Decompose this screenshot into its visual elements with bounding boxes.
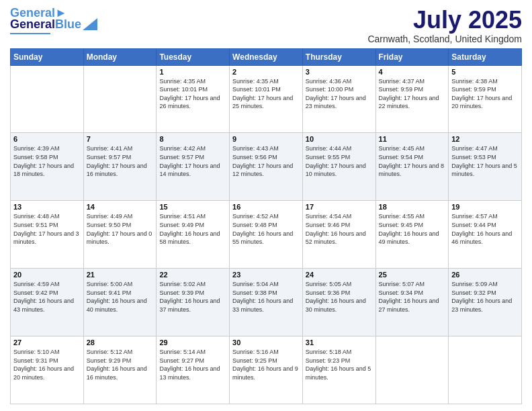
calendar-cell: 9Sunrise: 4:43 AMSunset: 9:56 PMDaylight… <box>230 133 303 201</box>
day-number: 12 <box>451 135 519 143</box>
day-info: Sunrise: 4:52 AMSunset: 9:48 PMDaylight:… <box>232 212 300 246</box>
calendar-week-row: 13Sunrise: 4:48 AMSunset: 9:51 PMDayligh… <box>11 201 522 269</box>
calendar-cell <box>11 65 84 133</box>
calendar-cell: 21Sunrise: 5:00 AMSunset: 9:41 PMDayligh… <box>83 269 157 336</box>
day-number: 17 <box>306 203 373 211</box>
subtitle: Carnwath, Scotland, United Kingdom <box>367 34 522 44</box>
day-number: 27 <box>13 338 81 347</box>
day-info: Sunrise: 4:35 AMSunset: 10:01 PMDaylight… <box>232 77 300 111</box>
calendar-cell <box>83 65 157 133</box>
day-info: Sunrise: 4:51 AMSunset: 9:49 PMDaylight:… <box>159 212 226 246</box>
day-number: 22 <box>159 271 226 279</box>
calendar-cell: 27Sunrise: 5:10 AMSunset: 9:31 PMDayligh… <box>11 336 84 404</box>
calendar-week-row: 1Sunrise: 4:35 AMSunset: 10:01 PMDayligh… <box>11 65 522 133</box>
day-info: Sunrise: 4:47 AMSunset: 9:53 PMDaylight:… <box>451 144 519 178</box>
calendar-cell: 30Sunrise: 5:16 AMSunset: 9:25 PMDayligh… <box>230 336 303 404</box>
day-info: Sunrise: 5:16 AMSunset: 9:25 PMDaylight:… <box>232 348 300 381</box>
logo: General► General Blue <box>10 7 97 34</box>
logo-icon <box>83 18 97 30</box>
main-title: July 2025 <box>367 7 522 34</box>
calendar-cell: 19Sunrise: 4:57 AMSunset: 9:44 PMDayligh… <box>449 201 522 269</box>
calendar-cell: 3Sunrise: 4:36 AMSunset: 10:00 PMDayligh… <box>302 65 375 133</box>
day-number: 4 <box>379 68 446 76</box>
day-number: 21 <box>87 271 154 279</box>
day-info: Sunrise: 4:59 AMSunset: 9:42 PMDaylight:… <box>13 280 81 314</box>
calendar-week-row: 27Sunrise: 5:10 AMSunset: 9:31 PMDayligh… <box>11 336 522 404</box>
day-number: 26 <box>451 271 519 279</box>
day-info: Sunrise: 4:42 AMSunset: 9:57 PMDaylight:… <box>159 144 226 178</box>
logo-word-blue: Blue <box>55 17 81 32</box>
day-info: Sunrise: 5:14 AMSunset: 9:27 PMDaylight:… <box>159 348 226 381</box>
day-number: 18 <box>379 203 446 211</box>
calendar-cell: 14Sunrise: 4:49 AMSunset: 9:50 PMDayligh… <box>83 201 157 269</box>
day-number: 5 <box>451 68 519 76</box>
calendar-week-row: 6Sunrise: 4:39 AMSunset: 9:58 PMDaylight… <box>11 133 522 201</box>
day-number: 7 <box>87 135 154 143</box>
calendar-week-row: 20Sunrise: 4:59 AMSunset: 9:42 PMDayligh… <box>11 269 522 336</box>
day-info: Sunrise: 4:39 AMSunset: 9:58 PMDaylight:… <box>13 144 81 178</box>
calendar-cell: 2Sunrise: 4:35 AMSunset: 10:01 PMDayligh… <box>230 65 303 133</box>
calendar-header-tuesday: Tuesday <box>157 48 230 65</box>
calendar-cell: 7Sunrise: 4:41 AMSunset: 9:57 PMDaylight… <box>83 133 157 201</box>
day-number: 23 <box>232 271 300 279</box>
day-number: 8 <box>159 135 226 143</box>
calendar-header-wednesday: Wednesday <box>230 48 303 65</box>
calendar-cell: 1Sunrise: 4:35 AMSunset: 10:01 PMDayligh… <box>157 65 230 133</box>
day-number: 24 <box>306 271 373 279</box>
calendar-cell: 31Sunrise: 5:18 AMSunset: 9:23 PMDayligh… <box>302 336 375 404</box>
day-number: 16 <box>232 203 300 211</box>
calendar-cell: 29Sunrise: 5:14 AMSunset: 9:27 PMDayligh… <box>157 336 230 404</box>
calendar-table: SundayMondayTuesdayWednesdayThursdayFrid… <box>10 48 522 404</box>
calendar-cell: 23Sunrise: 5:04 AMSunset: 9:38 PMDayligh… <box>230 269 303 336</box>
calendar-cell: 4Sunrise: 4:37 AMSunset: 9:59 PMDaylight… <box>375 65 449 133</box>
calendar-cell: 28Sunrise: 5:12 AMSunset: 9:29 PMDayligh… <box>83 336 157 404</box>
calendar-header-sunday: Sunday <box>11 48 84 65</box>
day-number: 14 <box>87 203 154 211</box>
day-info: Sunrise: 5:10 AMSunset: 9:31 PMDaylight:… <box>13 348 81 381</box>
day-info: Sunrise: 5:12 AMSunset: 9:29 PMDaylight:… <box>87 348 154 381</box>
calendar-cell: 10Sunrise: 4:44 AMSunset: 9:55 PMDayligh… <box>302 133 375 201</box>
day-info: Sunrise: 4:48 AMSunset: 9:51 PMDaylight:… <box>13 212 81 246</box>
day-number: 6 <box>13 135 81 143</box>
day-number: 10 <box>306 135 373 143</box>
day-number: 25 <box>379 271 446 279</box>
calendar-cell: 17Sunrise: 4:54 AMSunset: 9:46 PMDayligh… <box>302 201 375 269</box>
day-info: Sunrise: 5:00 AMSunset: 9:41 PMDaylight:… <box>87 280 154 314</box>
day-number: 29 <box>159 338 226 347</box>
day-number: 19 <box>451 203 519 211</box>
day-info: Sunrise: 4:35 AMSunset: 10:01 PMDaylight… <box>159 77 226 111</box>
day-info: Sunrise: 5:07 AMSunset: 9:34 PMDaylight:… <box>379 280 446 314</box>
day-info: Sunrise: 5:05 AMSunset: 9:36 PMDaylight:… <box>306 280 373 314</box>
day-info: Sunrise: 5:09 AMSunset: 9:32 PMDaylight:… <box>451 280 519 314</box>
calendar-cell: 25Sunrise: 5:07 AMSunset: 9:34 PMDayligh… <box>375 269 449 336</box>
calendar-cell: 16Sunrise: 4:52 AMSunset: 9:48 PMDayligh… <box>230 201 303 269</box>
day-info: Sunrise: 4:45 AMSunset: 9:54 PMDaylight:… <box>379 144 446 178</box>
day-number: 13 <box>13 203 81 211</box>
calendar-cell: 24Sunrise: 5:05 AMSunset: 9:36 PMDayligh… <box>302 269 375 336</box>
day-number: 15 <box>159 203 226 211</box>
day-info: Sunrise: 4:43 AMSunset: 9:56 PMDaylight:… <box>232 144 300 178</box>
calendar-header-saturday: Saturday <box>449 48 522 65</box>
svg-marker-0 <box>83 18 97 30</box>
calendar-cell: 18Sunrise: 4:55 AMSunset: 9:45 PMDayligh… <box>375 201 449 269</box>
page: General► General Blue July 2025 Carnwath… <box>0 0 532 411</box>
day-info: Sunrise: 4:38 AMSunset: 9:59 PMDaylight:… <box>451 77 519 111</box>
calendar-cell: 5Sunrise: 4:38 AMSunset: 9:59 PMDaylight… <box>449 65 522 133</box>
day-info: Sunrise: 4:57 AMSunset: 9:44 PMDaylight:… <box>451 212 519 246</box>
day-info: Sunrise: 4:49 AMSunset: 9:50 PMDaylight:… <box>87 212 154 246</box>
calendar-cell: 13Sunrise: 4:48 AMSunset: 9:51 PMDayligh… <box>11 201 84 269</box>
calendar-cell: 11Sunrise: 4:45 AMSunset: 9:54 PMDayligh… <box>375 133 449 201</box>
calendar-cell: 15Sunrise: 4:51 AMSunset: 9:49 PMDayligh… <box>157 201 230 269</box>
day-number: 28 <box>87 338 154 347</box>
day-info: Sunrise: 4:55 AMSunset: 9:45 PMDaylight:… <box>379 212 446 246</box>
calendar-header-row: SundayMondayTuesdayWednesdayThursdayFrid… <box>11 48 522 65</box>
calendar-cell: 26Sunrise: 5:09 AMSunset: 9:32 PMDayligh… <box>449 269 522 336</box>
day-info: Sunrise: 5:02 AMSunset: 9:39 PMDaylight:… <box>159 280 226 314</box>
header: General► General Blue July 2025 Carnwath… <box>10 7 522 44</box>
calendar-cell <box>449 336 522 404</box>
day-number: 2 <box>232 68 300 76</box>
day-number: 30 <box>232 338 300 347</box>
day-info: Sunrise: 4:44 AMSunset: 9:55 PMDaylight:… <box>306 144 373 178</box>
calendar-cell: 22Sunrise: 5:02 AMSunset: 9:39 PMDayligh… <box>157 269 230 336</box>
day-info: Sunrise: 4:36 AMSunset: 10:00 PMDaylight… <box>306 77 373 111</box>
